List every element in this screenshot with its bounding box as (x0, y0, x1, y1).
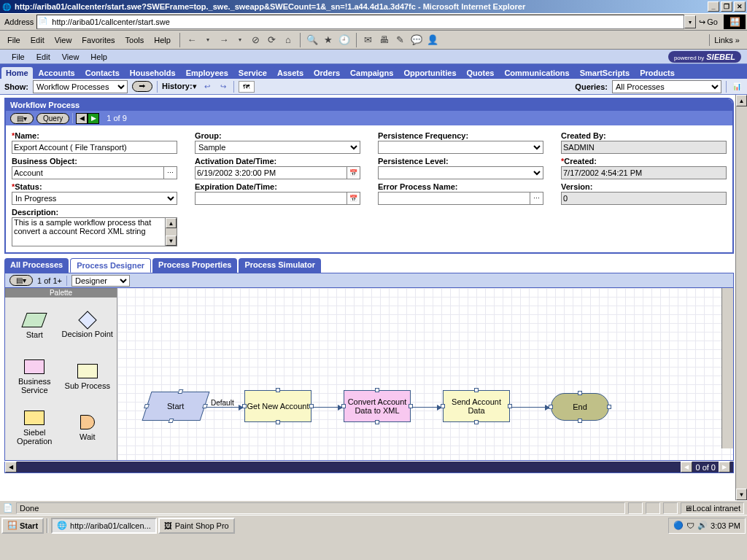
close-button[interactable]: ✕ (734, 1, 746, 12)
tab-process-simulator[interactable]: Process Simulator (239, 258, 321, 273)
start-button[interactable]: 🪟 Start (1, 518, 44, 534)
tray-icon[interactable]: 🔵 (673, 521, 684, 530)
node-send-account-data[interactable]: Send Account Data (443, 390, 510, 422)
page-scrollbar[interactable]: ▲ ▼ (735, 95, 747, 500)
history-back-icon[interactable]: ↩ (201, 82, 213, 92)
activation-input[interactable] (195, 166, 347, 179)
tab-orders[interactable]: Orders (309, 67, 344, 79)
node-end[interactable]: End (551, 393, 609, 421)
status-select[interactable]: In Progress (12, 192, 177, 205)
connector-1[interactable] (206, 407, 243, 408)
minimize-button[interactable]: _ (708, 1, 719, 12)
palette-siebel-operation[interactable]: Siebel Operation (8, 402, 61, 454)
connector-2[interactable] (313, 407, 342, 408)
forward-icon[interactable]: → (217, 33, 231, 47)
address-dropdown-button[interactable]: ▾ (684, 15, 696, 28)
tab-home[interactable]: Home (1, 67, 33, 79)
history-icon[interactable]: 🕘 (337, 33, 352, 47)
back-icon[interactable]: ← (185, 33, 199, 47)
dashboard-icon[interactable]: 📊 (731, 82, 743, 92)
scroll-up-icon[interactable]: ▲ (736, 95, 747, 106)
show-go-button[interactable]: ⮕ (132, 81, 152, 92)
ie-menu-help[interactable]: Help (150, 34, 175, 46)
connector-3[interactable] (412, 407, 441, 408)
error-process-input[interactable] (378, 192, 530, 205)
designer-view-select[interactable]: Designer (71, 275, 130, 287)
node-convert-account-data[interactable]: Convert Account Data to XML (344, 390, 411, 422)
system-tray[interactable]: 🔵 🛡 🔊 3:03 PM (668, 518, 746, 534)
expiration-calendar-icon[interactable]: 📅 (347, 192, 360, 205)
address-input[interactable] (52, 18, 682, 26)
node-get-new-account[interactable]: Get New Account (244, 390, 311, 422)
history-forward-icon[interactable]: ↪ (217, 82, 229, 92)
palette-wait[interactable]: Wait (61, 402, 115, 454)
home-icon[interactable]: ⌂ (281, 33, 295, 47)
palette-start[interactable]: Start (8, 300, 61, 351)
mail-icon[interactable]: ✉ (361, 33, 376, 47)
taskbar-item-ie[interactable]: 🌐 http://ariba01/callcen... (51, 518, 157, 534)
ie-menu-file[interactable]: File (3, 34, 25, 46)
expiration-input[interactable] (195, 192, 347, 205)
palette-decision-point[interactable]: Decision Point (61, 300, 115, 351)
hscroll-prev-button[interactable]: ◀ (681, 462, 692, 472)
description-textarea[interactable]: This is a sample workflow process that c… (12, 217, 166, 246)
queries-select[interactable]: All Processes (612, 80, 721, 93)
palette-sub-process[interactable]: Sub Process (61, 351, 115, 402)
tab-campaigns[interactable]: Campaigns (346, 67, 398, 79)
sitemap-icon[interactable]: 🗺 (239, 81, 255, 93)
bo-input[interactable] (12, 166, 164, 179)
restore-button[interactable]: ❐ (721, 1, 732, 12)
links-toolbar[interactable]: Links » (709, 34, 744, 46)
tab-employees[interactable]: Employees (182, 67, 233, 79)
app-menu-view[interactable]: View (56, 51, 85, 63)
tab-quotes[interactable]: Quotes (462, 67, 499, 79)
related-icon[interactable]: 👤 (425, 33, 440, 47)
tab-smartscripts[interactable]: SmartScripts (576, 67, 634, 79)
designer-menu-button[interactable]: ▤▾ (9, 275, 33, 286)
scroll-down-icon[interactable]: ▼ (736, 489, 747, 500)
tab-service[interactable]: Service (234, 67, 271, 79)
canvas-scrollbar-v[interactable] (721, 288, 733, 448)
activation-calendar-icon[interactable]: 📅 (347, 166, 360, 179)
tray-icon[interactable]: 🛡 (686, 521, 694, 530)
app-menu-help[interactable]: Help (85, 51, 113, 63)
back-dropdown-icon[interactable]: ▾ (201, 33, 215, 47)
bo-pick-icon[interactable]: ⋯ (164, 166, 177, 179)
designer-canvas[interactable]: Start Default Get New Account Convert Ac… (117, 288, 733, 460)
tab-opportunities[interactable]: Opportunities (399, 67, 460, 79)
show-select[interactable]: Workflow Processes (33, 80, 128, 93)
hscroll-next-button[interactable]: ▶ (719, 462, 730, 472)
hscroll-left-button[interactable]: ◀ (5, 462, 17, 472)
name-input[interactable] (12, 141, 177, 154)
ie-menu-favorites[interactable]: Favorites (77, 34, 119, 46)
go-button[interactable]: ↪ Go (699, 18, 718, 27)
tab-accounts[interactable]: Accounts (34, 67, 80, 79)
applet-menu-button[interactable]: ▤▾ (10, 113, 34, 124)
palette-business-service[interactable]: Business Service (8, 351, 61, 402)
discuss-icon[interactable]: 💬 (409, 33, 424, 47)
tab-all-processes[interactable]: All Processes (4, 258, 69, 273)
description-scrollbar[interactable]: ▲▼ (166, 217, 177, 246)
tray-icon[interactable]: 🔊 (697, 521, 708, 530)
tab-households[interactable]: Households (125, 67, 180, 79)
favorites-icon[interactable]: ★ (321, 33, 336, 47)
ie-menu-tools[interactable]: Tools (121, 34, 149, 46)
group-select[interactable]: Sample (195, 141, 360, 154)
tab-contacts[interactable]: Contacts (81, 67, 124, 79)
tab-process-designer[interactable]: Process Designer (70, 258, 151, 273)
ie-menu-edit[interactable]: Edit (26, 34, 49, 46)
tab-assets[interactable]: Assets (273, 67, 308, 79)
print-icon[interactable]: 🖶 (377, 33, 392, 47)
app-menu-file[interactable]: File (6, 51, 31, 63)
forward-dropdown-icon[interactable]: ▾ (233, 33, 247, 47)
connector-4[interactable] (511, 407, 549, 408)
taskbar-item-psp[interactable]: 🖼 Paint Shop Pro (158, 518, 235, 534)
error-process-pick-icon[interactable]: ⋯ (530, 192, 543, 205)
tab-process-properties[interactable]: Process Properties (152, 258, 237, 273)
next-record-button[interactable]: ▶ (88, 113, 99, 124)
refresh-icon[interactable]: ⟳ (265, 33, 279, 47)
stop-icon[interactable]: ⊘ (249, 33, 263, 47)
query-button[interactable]: Query (36, 113, 69, 124)
ie-menu-view[interactable]: View (50, 34, 77, 46)
node-start[interactable]: Start (142, 392, 210, 421)
